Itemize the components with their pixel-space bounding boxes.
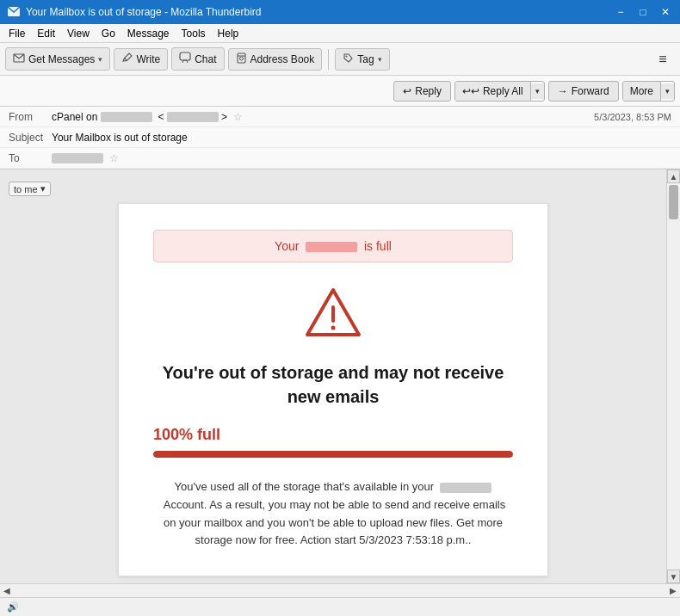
reply-icon: ↩	[403, 85, 411, 97]
menu-go[interactable]: Go	[96, 27, 121, 40]
toolbar: Get Messages ▾ Write Chat	[0, 43, 680, 76]
maximize-button[interactable]: □	[635, 4, 651, 20]
email-card: Your is full You're out of	[118, 203, 548, 576]
tag-label: Tag	[357, 53, 374, 65]
window-title: Your Mailbox is out of storage - Mozilla…	[26, 6, 261, 18]
to-me-arrow-icon: ▾	[40, 183, 46, 194]
title-bar: Your Mailbox is out of storage - Mozilla…	[0, 0, 680, 24]
subject-value: Your Mailbox is out of storage	[52, 132, 671, 144]
tag-dropdown-icon: ▾	[378, 55, 382, 64]
scroll-left-button[interactable]: ◀	[0, 584, 14, 598]
body-text-blurred	[440, 483, 491, 493]
reply-all-label: Reply All	[483, 85, 523, 97]
reply-button[interactable]: ↩ Reply	[393, 81, 451, 102]
scroll-right-button[interactable]: ▶	[666, 584, 680, 598]
reply-label: Reply	[415, 85, 442, 97]
write-button[interactable]: Write	[114, 48, 168, 71]
menu-help[interactable]: Help	[213, 27, 244, 40]
reply-all-button[interactable]: ↩↩ Reply All	[455, 82, 531, 101]
email-scroll-area[interactable]: PCRISK to me ▾	[0, 169, 666, 583]
svg-point-13	[331, 326, 336, 330]
minimize-button[interactable]: −	[613, 4, 628, 20]
reply-all-icon: ↩↩	[462, 85, 479, 97]
app-icon	[7, 4, 21, 21]
progress-label: 100% full	[153, 426, 513, 444]
svg-line-2	[125, 58, 127, 60]
status-icon: 🔊	[7, 601, 19, 613]
more-button[interactable]: More	[623, 82, 661, 101]
title-bar-controls: − □ ✕	[613, 4, 673, 20]
email-header: From cPanel on < > ☆ 5/3/2023, 8:53 PM S…	[0, 107, 680, 169]
scroll-thumb[interactable]	[669, 185, 678, 219]
menu-tools[interactable]: Tools	[176, 27, 211, 40]
write-label: Write	[136, 53, 160, 65]
reply-all-split-button: ↩↩ Reply All ▾	[454, 81, 545, 102]
svg-point-7	[346, 55, 348, 57]
to-row: To ☆	[0, 148, 680, 169]
get-messages-dropdown-icon: ▾	[98, 55, 102, 64]
more-split-button: More ▾	[622, 81, 675, 102]
menu-file[interactable]: File	[3, 27, 30, 40]
forward-button[interactable]: → Forward	[548, 81, 619, 102]
progress-bar-track	[153, 451, 513, 458]
to-star-icon[interactable]: ☆	[109, 152, 119, 164]
horizontal-scrollbar: ◀ ▶	[0, 583, 680, 597]
more-dropdown-button[interactable]: ▾	[661, 83, 674, 99]
vertical-scrollbar: ▲ ▼	[666, 169, 680, 583]
chat-icon	[179, 52, 191, 66]
write-icon	[121, 52, 133, 66]
reply-all-dropdown-button[interactable]: ▾	[531, 83, 544, 99]
address-book-button[interactable]: Address Book	[228, 48, 323, 71]
scroll-down-button[interactable]: ▼	[667, 570, 680, 583]
from-row: From cPanel on < > ☆ 5/3/2023, 8:53 PM	[0, 107, 680, 127]
chat-label: Chat	[195, 53, 216, 65]
tag-icon	[343, 52, 354, 66]
to-me-dropdown[interactable]: to me ▾	[9, 182, 51, 196]
svg-point-6	[239, 57, 243, 60]
from-label: From	[9, 111, 52, 123]
get-messages-label: Get Messages	[28, 53, 95, 65]
scroll-up-button[interactable]: ▲	[667, 169, 680, 183]
scroll-track[interactable]	[667, 183, 680, 570]
address-book-label: Address Book	[250, 53, 315, 65]
body-wrapper: PCRISK to me ▾	[0, 169, 680, 583]
email-date: 5/3/2023, 8:53 PM	[594, 112, 671, 122]
body-text: You've used all of the storage that's av…	[153, 478, 513, 550]
from-value: cPanel on < > ☆	[52, 111, 594, 123]
svg-rect-3	[180, 52, 190, 60]
get-messages-icon	[13, 52, 25, 66]
warning-banner-blurred	[306, 242, 357, 252]
to-blurred	[52, 153, 103, 163]
chat-button[interactable]: Chat	[171, 47, 224, 71]
warning-icon	[303, 283, 363, 343]
action-bar: ↩ Reply ↩↩ Reply All ▾ → Forward More ▾	[0, 76, 680, 107]
menu-view[interactable]: View	[62, 27, 95, 40]
menu-bar: File Edit View Go Message Tools Help	[0, 24, 680, 43]
bottom-padding	[0, 576, 666, 583]
progress-bar-fill	[153, 451, 513, 458]
from-angle-close: >	[221, 111, 227, 123]
app-window: Your Mailbox is out of storage - Mozilla…	[0, 0, 680, 616]
menu-edit[interactable]: Edit	[32, 27, 60, 40]
warning-banner-suffix: is full	[361, 239, 392, 253]
to-value: ☆	[52, 152, 671, 164]
from-sender: cPanel on	[52, 111, 97, 123]
main-message: You're out of storage and may not receiv…	[153, 360, 513, 409]
star-icon[interactable]: ☆	[233, 111, 243, 123]
forward-label: Forward	[572, 85, 609, 97]
close-button[interactable]: ✕	[658, 4, 673, 20]
body-text-part2: Account. As a result, you may not be abl…	[161, 498, 505, 547]
get-messages-button[interactable]: Get Messages ▾	[5, 47, 110, 71]
menu-message[interactable]: Message	[122, 27, 175, 40]
subject-row: Subject Your Mailbox is out of storage	[0, 127, 680, 148]
from-blurred	[101, 112, 152, 122]
subject-label: Subject	[9, 132, 52, 144]
more-label: More	[630, 85, 653, 97]
title-bar-left: Your Mailbox is out of storage - Mozilla…	[7, 4, 261, 21]
address-book-icon	[236, 52, 247, 66]
warning-banner: Your is full	[153, 230, 513, 262]
to-me-label: to me	[14, 184, 38, 194]
toolbar-separator	[328, 49, 329, 70]
hamburger-menu-button[interactable]: ≡	[651, 47, 675, 71]
tag-button[interactable]: Tag ▾	[335, 48, 389, 71]
